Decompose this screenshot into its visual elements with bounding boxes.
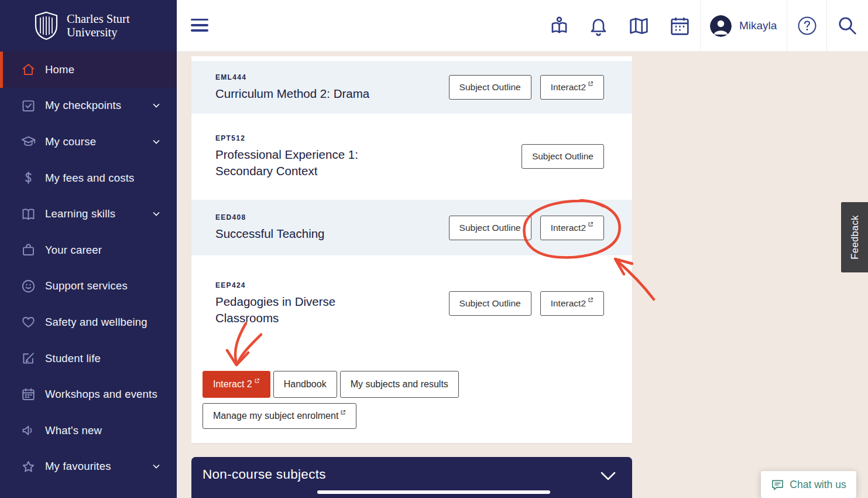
subject-info: EED408Successful Teaching — [215, 213, 325, 242]
star-icon — [20, 459, 36, 475]
sidebar-item-label: Your career — [45, 244, 102, 257]
page: Charles Sturt University HomeMy checkpoi… — [0, 0, 868, 498]
sidebar-nav: HomeMy checkpointsMy courseMy fees and c… — [0, 52, 177, 485]
external-link-icon — [588, 221, 593, 227]
sidebar-item-your-career[interactable]: Your career — [0, 232, 177, 268]
sidebar-item-label: What's new — [45, 424, 102, 437]
sidebar-item-label: Safety and wellbeing — [45, 316, 147, 329]
search-icon[interactable] — [836, 15, 858, 36]
subject-buttons: Subject OutlineInteract2 — [449, 75, 604, 100]
external-link-icon — [588, 81, 593, 87]
smiley-icon — [20, 278, 36, 294]
sidebar-item-home[interactable]: Home — [0, 52, 177, 88]
subject-outline-button[interactable]: Subject Outline — [449, 291, 531, 316]
subject-code: EML444 — [215, 73, 369, 81]
dollar-icon — [20, 170, 36, 186]
calendar-icon — [20, 387, 36, 403]
subject-buttons: Subject OutlineInteract2 — [449, 216, 604, 240]
subject-title: Professional Experience 1: Secondary Con… — [215, 146, 394, 179]
chevron-down-icon — [152, 101, 161, 110]
subject-code: EEP424 — [215, 281, 394, 289]
sidebar-item-my-checkpoints[interactable]: My checkpoints — [0, 88, 177, 124]
sidebar-item-label: Home — [45, 63, 74, 76]
topbar-divider — [826, 0, 827, 52]
help-icon[interactable] — [797, 16, 817, 36]
subject-row-eed408: EED408Successful TeachingSubject Outline… — [191, 200, 632, 255]
subject-row-eml444: EML444Curriculum Method 2: DramaSubject … — [191, 61, 632, 114]
interact2-button[interactable]: Interact2 — [540, 291, 604, 316]
enrolment-actions: Manage my subject enrolment — [203, 403, 356, 429]
university-logo[interactable]: Charles Sturt University — [0, 0, 177, 52]
subjects-card: EML444Curriculum Method 2: DramaSubject … — [191, 56, 632, 443]
bag-icon — [20, 242, 36, 258]
subject-info: EML444Curriculum Method 2: Drama — [215, 73, 369, 102]
topbar: Mikayla — [177, 0, 868, 52]
sidebar-item-what-s-new[interactable]: What's new — [0, 412, 177, 449]
sidebar-item-label: Student life — [45, 352, 101, 365]
heart-icon — [20, 314, 36, 330]
sidebar-item-label: My checkpoints — [45, 99, 121, 112]
interact2-button[interactable]: Interact 2 — [203, 371, 270, 398]
reading-icon[interactable] — [548, 15, 570, 37]
horizontal-scrollbar[interactable] — [317, 490, 550, 494]
subject-outline-button[interactable]: Subject Outline — [522, 144, 604, 169]
edit-icon — [20, 350, 36, 366]
subject-info: EEP424Pedagogies in Diverse Classrooms — [215, 281, 394, 326]
sidebar-item-learning-skills[interactable]: Learning skills — [0, 196, 177, 232]
checkbox-icon — [20, 98, 36, 114]
calendar-icon[interactable] — [669, 15, 691, 37]
external-link-icon — [340, 410, 346, 415]
sidebar-item-my-fees-and-costs[interactable]: My fees and costs — [0, 160, 177, 196]
sidebar-item-label: Support services — [45, 279, 128, 292]
university-name: Charles Sturt University — [67, 12, 130, 39]
subject-title: Curriculum Method 2: Drama — [215, 86, 369, 102]
chat-label: Chat with us — [790, 479, 846, 491]
hamburger-menu-icon[interactable] — [191, 19, 208, 35]
interact2-button[interactable]: Interact2 — [540, 216, 604, 240]
sidebar-item-my-course[interactable]: My course — [0, 124, 177, 160]
chevron-down-icon — [152, 137, 161, 146]
sidebar-item-student-life[interactable]: Student life — [0, 340, 177, 377]
bell-icon[interactable] — [588, 15, 609, 36]
sidebar-item-safety-and-wellbeing[interactable]: Safety and wellbeing — [0, 304, 177, 340]
megaphone-icon — [20, 422, 36, 438]
subject-code: EED408 — [215, 213, 325, 221]
chevron-down-icon[interactable] — [599, 470, 617, 483]
subject-row-ept512: EPT512Professional Experience 1: Seconda… — [191, 125, 632, 187]
sidebar-item-label: My course — [45, 135, 96, 148]
chat-bubble-icon — [771, 478, 784, 492]
book-icon — [20, 206, 36, 222]
sidebar: Charles Sturt University HomeMy checkpoi… — [0, 0, 177, 498]
sidebar-item-label: Learning skills — [45, 207, 115, 220]
handbook-button[interactable]: Handbook — [273, 371, 337, 398]
manage-subject-enrolment-button[interactable]: Manage my subject enrolment — [203, 403, 356, 429]
topbar-divider — [700, 0, 701, 52]
non-course-subjects-section[interactable]: Non-course subjects — [191, 457, 632, 498]
feedback-label: Feedback — [849, 215, 860, 260]
subject-outline-button[interactable]: Subject Outline — [449, 216, 531, 240]
topbar-divider — [787, 0, 787, 52]
subject-code: EPT512 — [215, 134, 394, 142]
sidebar-item-support-services[interactable]: Support services — [0, 268, 177, 305]
subject-buttons: Subject OutlineInteract2 — [449, 291, 604, 316]
cap-icon — [20, 134, 36, 149]
external-link-icon — [588, 297, 593, 303]
subject-row-eep424: EEP424Pedagogies in Diverse ClassroomsSu… — [191, 267, 632, 340]
sidebar-item-my-favourites[interactable]: My favourites — [0, 449, 177, 485]
my-subjects-and-results-button[interactable]: My subjects and results — [340, 371, 459, 398]
chat-with-us-button[interactable]: Chat with us — [761, 471, 856, 498]
interact2-button[interactable]: Interact2 — [540, 75, 604, 100]
main-content: EML444Curriculum Method 2: DramaSubject … — [177, 52, 868, 498]
subject-outline-button[interactable]: Subject Outline — [449, 75, 531, 100]
subject-info: EPT512Professional Experience 1: Seconda… — [215, 134, 394, 179]
avatar[interactable] — [710, 15, 732, 37]
sidebar-item-workshops-and-events[interactable]: Workshops and events — [0, 376, 177, 412]
section-title: Non-course subjects — [203, 467, 326, 482]
shield-logo-icon — [33, 11, 59, 40]
sidebar-item-label: My fees and costs — [45, 172, 135, 185]
feedback-tab[interactable]: Feedback — [841, 202, 868, 272]
subject-title: Pedagogies in Diverse Classrooms — [215, 294, 394, 326]
user-name[interactable]: Mikayla — [739, 0, 777, 52]
map-icon[interactable] — [628, 15, 650, 37]
course-actions: Interact 2 Handbook My subjects and resu… — [203, 371, 459, 398]
